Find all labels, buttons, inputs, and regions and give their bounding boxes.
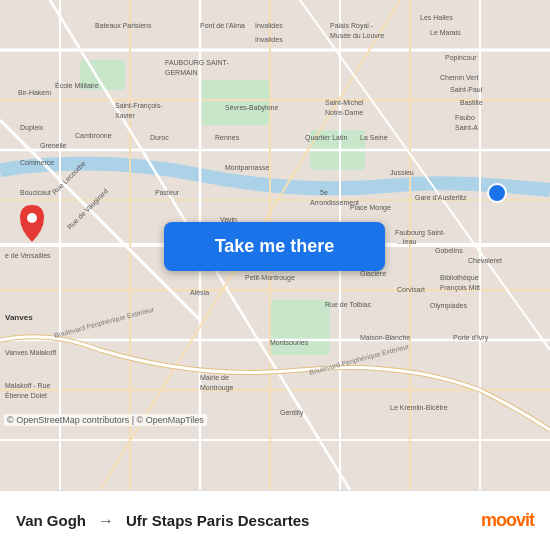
svg-point-97 <box>27 213 37 223</box>
svg-text:Grenelle: Grenelle <box>40 142 67 149</box>
arrow-icon: → <box>98 512 114 530</box>
map-attribution: © OpenStreetMap contributors | © OpenMap… <box>4 414 207 426</box>
svg-text:Saint-François-: Saint-François- <box>115 102 163 110</box>
svg-text:Popincour: Popincour <box>445 54 477 62</box>
svg-text:Montparnasse: Montparnasse <box>225 164 269 172</box>
svg-text:Chemin Vert: Chemin Vert <box>440 74 479 81</box>
bottom-bar: Van Gogh → Ufr Staps Paris Descartes moo… <box>0 490 550 550</box>
svg-text:Le Marais: Le Marais <box>430 29 461 36</box>
svg-rect-3 <box>270 300 330 355</box>
svg-text:Montsouries: Montsouries <box>270 339 309 346</box>
svg-text:Faubourg Saint-: Faubourg Saint- <box>395 229 446 237</box>
svg-text:Faubo: Faubo <box>455 114 475 121</box>
svg-text:Alésia: Alésia <box>190 289 209 296</box>
svg-text:Bateaux Parisiens: Bateaux Parisiens <box>95 22 152 29</box>
svg-text:Petit-Montrouge: Petit-Montrouge <box>245 274 295 282</box>
svg-text:Bibliothèque: Bibliothèque <box>440 274 479 282</box>
svg-rect-1 <box>200 80 270 125</box>
svg-text:Maison-Blanche: Maison-Blanche <box>360 334 410 341</box>
svg-text:Vanves: Vanves <box>5 313 33 322</box>
destination-label: Ufr Staps Paris Descartes <box>126 512 309 529</box>
svg-text:Pont de l'Alma: Pont de l'Alma <box>200 22 245 29</box>
svg-text:Bastille: Bastille <box>460 99 483 106</box>
svg-text:Corvisart: Corvisart <box>397 286 425 293</box>
app-container: Pont de l'Alma Bateaux Parisiens Invalid… <box>0 0 550 550</box>
svg-text:Invalides: Invalides <box>255 22 283 29</box>
svg-text:Jussieu: Jussieu <box>390 169 414 176</box>
svg-text:Sèvres-Babylone: Sèvres-Babylone <box>225 104 278 112</box>
svg-text:Musée du Louvre: Musée du Louvre <box>330 32 384 39</box>
origin-label: Van Gogh <box>16 512 86 529</box>
svg-text:Commerce: Commerce <box>20 159 54 166</box>
svg-text:Palais Royal -: Palais Royal - <box>330 22 374 30</box>
svg-text:...teau: ...teau <box>397 238 417 245</box>
svg-text:Mairie de: Mairie de <box>200 374 229 381</box>
svg-text:Rue de Tolbiac: Rue de Tolbiac <box>325 301 372 308</box>
svg-text:Vanves Malakoff: Vanves Malakoff <box>5 349 56 356</box>
svg-text:Saint-Paul: Saint-Paul <box>450 86 483 93</box>
svg-text:Porte d'Ivry: Porte d'Ivry <box>453 334 489 342</box>
svg-text:Pasteur: Pasteur <box>155 189 180 196</box>
svg-text:e de Versailles: e de Versailles <box>5 252 51 259</box>
svg-text:Gobelins: Gobelins <box>435 247 463 254</box>
svg-text:Saint-Michel: Saint-Michel <box>325 99 364 106</box>
svg-text:Gare d'Austerlitz: Gare d'Austerlitz <box>415 194 467 201</box>
take-me-there-button[interactable]: Take me there <box>164 222 385 271</box>
svg-text:Place Monge: Place Monge <box>350 204 391 212</box>
svg-text:Montrouge: Montrouge <box>200 384 234 392</box>
svg-text:Bir-Hakem: Bir-Hakem <box>18 89 51 96</box>
svg-text:5e: 5e <box>320 189 328 196</box>
svg-text:Le Kremlin-Bicêtre: Le Kremlin-Bicêtre <box>390 404 448 411</box>
svg-text:GERMAIN: GERMAIN <box>165 69 198 76</box>
moovit-logo: moovit <box>481 510 534 531</box>
svg-text:École Militaire: École Militaire <box>55 81 99 89</box>
svg-text:Cambronne: Cambronne <box>75 132 112 139</box>
svg-text:Gentilly: Gentilly <box>280 409 304 417</box>
svg-text:Notre-Dame: Notre-Dame <box>325 109 363 116</box>
moovit-logo-text: moovit <box>481 510 534 531</box>
svg-text:Xavier: Xavier <box>115 112 136 119</box>
svg-text:Dupleix: Dupleix <box>20 124 44 132</box>
svg-text:La Seine: La Seine <box>360 134 388 141</box>
svg-text:Malakoff - Rue: Malakoff - Rue <box>5 382 50 389</box>
svg-point-96 <box>488 184 506 202</box>
svg-text:Olympiades: Olympiades <box>430 302 467 310</box>
svg-text:Les Halles: Les Halles <box>420 14 453 21</box>
svg-text:Étienne Dolet: Étienne Dolet <box>5 391 47 399</box>
svg-text:Invalides: Invalides <box>255 36 283 43</box>
svg-text:Duroc: Duroc <box>150 134 169 141</box>
svg-text:François Mitt: François Mitt <box>440 284 480 292</box>
svg-text:Saint-A: Saint-A <box>455 124 478 131</box>
svg-text:Rennes: Rennes <box>215 134 240 141</box>
svg-text:Glacière: Glacière <box>360 270 386 277</box>
svg-text:Boucicaut: Boucicaut <box>20 189 51 196</box>
svg-text:FAUBOURG SAINT-: FAUBOURG SAINT- <box>165 59 229 66</box>
svg-text:Chevaleret: Chevaleret <box>468 257 502 264</box>
map-area: Pont de l'Alma Bateaux Parisiens Invalid… <box>0 0 550 490</box>
svg-text:Quartier Latin: Quartier Latin <box>305 134 348 142</box>
